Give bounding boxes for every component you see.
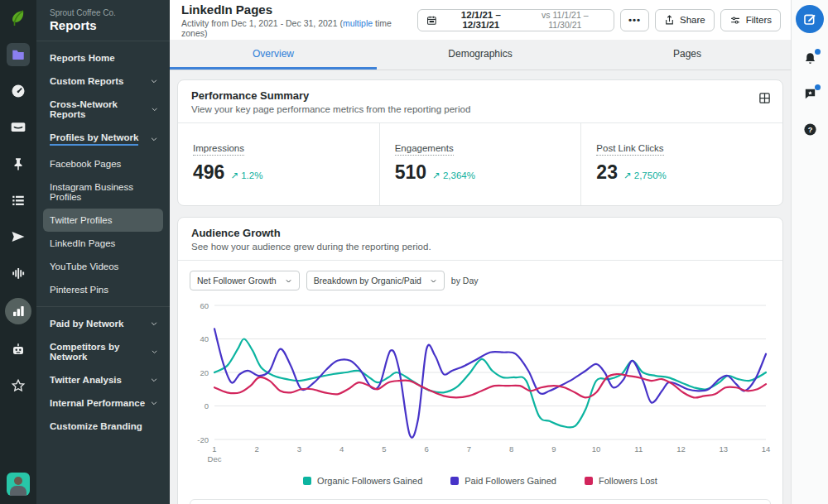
legend-swatch (450, 477, 459, 485)
reports-folder-icon[interactable] (7, 43, 30, 66)
help-icon[interactable]: ? (803, 122, 817, 140)
sidebar-item-pinterest-pins[interactable]: Pinterest Pins (36, 278, 170, 301)
sidebar-item-internal-performance[interactable]: Internal Performance (36, 391, 170, 415)
list-icon[interactable] (7, 189, 30, 212)
compose-icon (803, 12, 816, 26)
svg-text:?: ? (807, 126, 812, 134)
legend-organic-followers-gained[interactable]: Organic Followers Gained (303, 476, 422, 486)
svg-text:10: 10 (592, 444, 601, 454)
feedback-icon[interactable] (803, 87, 817, 104)
tab-overview[interactable]: Overview (170, 40, 377, 70)
metric-value: 23 (596, 161, 618, 184)
trend-up-icon: ↗ (432, 170, 440, 180)
audience-growth-chart: 6040200-201234567891011121314Dec (178, 294, 782, 469)
sidebar-item-instagram-business-profiles[interactable]: Instagram Business Profiles (36, 175, 170, 209)
sprout-logo-icon[interactable] (7, 7, 30, 30)
svg-text:Dec: Dec (208, 454, 222, 463)
metric-label[interactable]: Engagements (395, 143, 454, 156)
sidebar-item-profiles-by-network[interactable]: Profiles by Network (36, 126, 170, 152)
sidebar-item-facebook-pages[interactable]: Facebook Pages (36, 152, 170, 175)
sidebar-item-linkedin-pages[interactable]: LinkedIn Pages (36, 232, 170, 255)
more-options-button[interactable]: ••• (620, 9, 649, 31)
filters-button[interactable]: Filters (720, 9, 781, 31)
sidebar-item-custom-reports[interactable]: Custom Reports (36, 70, 170, 93)
page-title: LinkedIn Pages (181, 2, 417, 17)
svg-text:20: 20 (200, 368, 209, 377)
performance-summary-subtitle: View your key page performance metrics f… (191, 104, 769, 114)
svg-text:4: 4 (339, 444, 344, 454)
table-view-icon[interactable] (758, 92, 771, 104)
sidebar-item-twitter-profiles[interactable]: Twitter Profiles (43, 209, 163, 232)
sidebar-item-competitors-by-network[interactable]: Competitors by Network (36, 335, 170, 368)
calendar-icon (426, 15, 437, 26)
app-window: Sprout Coffee Co. Reports Reports Home C… (0, 0, 828, 504)
legend-swatch (303, 477, 311, 485)
svg-text:9: 9 (551, 444, 556, 454)
by-day-label: by Day (451, 276, 479, 286)
dashboard-gauge-icon[interactable] (7, 79, 30, 103)
multiple-time-zones-link[interactable]: multiple (343, 18, 373, 28)
svg-text:40: 40 (200, 334, 209, 343)
metric-impressions: Impressions 496↗ 1.2% (178, 123, 380, 205)
user-avatar[interactable] (7, 473, 30, 496)
utility-rail: ? (791, 0, 828, 504)
svg-text:12: 12 (676, 444, 686, 454)
waveform-icon[interactable] (7, 262, 30, 285)
audience-metrics-table: Audience Metrics Totals % Change followe… (190, 499, 771, 504)
report-content: Performance Summary View your key page p… (170, 70, 791, 504)
tab-demographics[interactable]: Demographics (377, 40, 584, 70)
svg-text:6: 6 (425, 444, 429, 454)
chevron-down-icon (150, 319, 158, 328)
sidebar-item-customize-branding[interactable]: Customize Branding (36, 415, 170, 438)
metric-select[interactable]: Net Follower Growth (190, 271, 300, 290)
report-tabs: Overview Demographics Pages (170, 40, 791, 70)
legend-paid-followers-gained[interactable]: Paid Followers Gained (450, 476, 556, 486)
compose-button[interactable] (796, 5, 824, 33)
inbox-icon[interactable] (7, 116, 30, 139)
sidebar-item-reports-home[interactable]: Reports Home (36, 46, 170, 70)
date-range-value: 12/1/21 – 12/31/21 (442, 10, 520, 30)
chevron-down-icon (151, 348, 158, 356)
metric-engagements: Engagements 510↗ 2,364% (380, 123, 582, 205)
metric-label[interactable]: Impressions (193, 143, 244, 156)
analytics-bar-chart-icon[interactable] (5, 298, 31, 324)
metric-label[interactable]: Post Link Clicks (596, 143, 663, 156)
pin-icon[interactable] (7, 152, 30, 175)
bot-icon[interactable] (7, 338, 30, 361)
tab-pages[interactable]: Pages (584, 40, 791, 70)
performance-summary-title: Performance Summary (191, 89, 769, 102)
paper-plane-icon[interactable] (7, 225, 30, 248)
svg-text:60: 60 (200, 301, 209, 310)
svg-text:13: 13 (719, 444, 728, 454)
svg-text:5: 5 (382, 444, 386, 454)
sidebar-item-cross-network-reports[interactable]: Cross-Network Reports (36, 93, 170, 126)
svg-text:14: 14 (762, 444, 771, 454)
svg-text:8: 8 (509, 444, 513, 454)
sidebar-title: Reports (36, 18, 170, 41)
sidebar-item-youtube-videos[interactable]: YouTube Videos (36, 255, 170, 278)
date-range-button[interactable]: 12/1/21 – 12/31/21 vs 11/1/21 – 11/30/21 (417, 9, 614, 31)
main-panel: LinkedIn Pages Activity from Dec 1, 2021… (170, 0, 791, 504)
audience-growth-card: Audience Growth See how your audience gr… (177, 217, 783, 504)
sidebar-item-twitter-analysis[interactable]: Twitter Analysis (36, 368, 170, 391)
chart-controls: Net Follower Growth Breakdown by Organic… (178, 260, 782, 294)
company-name: Sprout Coffee Co. (36, 7, 170, 18)
share-button[interactable]: Share (655, 9, 715, 31)
breakdown-select[interactable]: Breakdown by Organic/Paid (306, 271, 445, 290)
chevron-down-icon (285, 277, 292, 285)
svg-text:3: 3 (297, 444, 301, 454)
chevron-down-icon (150, 399, 158, 407)
metric-change: ↗ 2,364% (432, 170, 475, 181)
svg-text:0: 0 (205, 401, 209, 410)
filters-icon (729, 15, 741, 26)
ellipsis-icon: ••• (628, 15, 641, 25)
notifications-bell-icon[interactable] (803, 51, 817, 69)
line-chart[interactable]: 6040200-201234567891011121314Dec (190, 299, 773, 466)
svg-text:2: 2 (255, 444, 259, 454)
sidebar-item-paid-by-network[interactable]: Paid by Network (36, 312, 170, 335)
chevron-down-icon (150, 135, 158, 143)
trend-up-icon: ↗ (230, 170, 238, 180)
table-header-row: Audience Metrics Totals % Change (190, 500, 770, 504)
star-icon[interactable] (7, 374, 30, 397)
legend-followers-lost[interactable]: Followers Lost (585, 476, 657, 486)
